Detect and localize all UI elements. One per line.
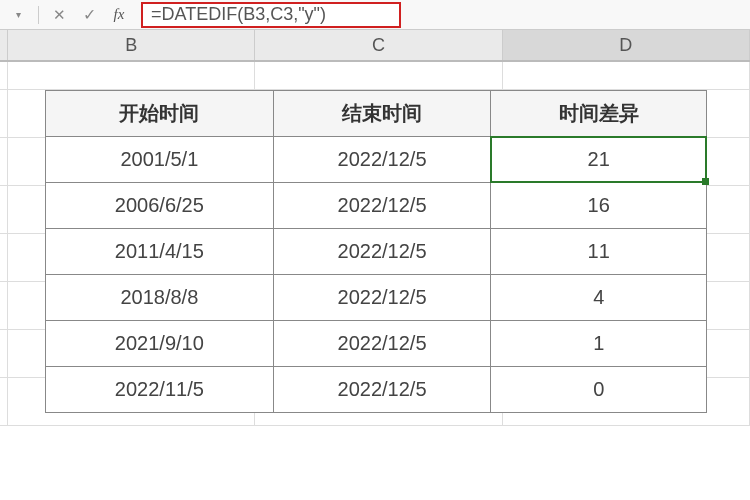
cell-start[interactable]: 2001/5/1 (46, 137, 274, 183)
table-row: 2001/5/1 2022/12/5 21 (46, 137, 707, 183)
cell-start[interactable]: 2022/11/5 (46, 367, 274, 413)
separator (38, 6, 39, 24)
formula-input[interactable]: =DATEDIF(B3,C3,"y") (141, 2, 401, 28)
cell-start[interactable]: 2021/9/10 (46, 321, 274, 367)
active-cell-outline (490, 136, 707, 183)
formula-bar: ✕ ✓ fx =DATEDIF(B3,C3,"y") (0, 0, 750, 30)
cell-diff[interactable]: 4 (491, 275, 707, 321)
table-row: 2018/8/8 2022/12/5 4 (46, 275, 707, 321)
grid-row (0, 62, 750, 90)
header-end-time[interactable]: 结束时间 (273, 91, 491, 137)
header-time-diff[interactable]: 时间差异 (491, 91, 707, 137)
fx-icon[interactable]: fx (105, 4, 133, 26)
cell-diff[interactable]: 16 (491, 183, 707, 229)
column-header-d[interactable]: D (503, 30, 750, 60)
table-row: 2022/11/5 2022/12/5 0 (46, 367, 707, 413)
cell-end[interactable]: 2022/12/5 (273, 367, 491, 413)
cell-start[interactable]: 2018/8/8 (46, 275, 274, 321)
name-box-dropdown[interactable] (4, 4, 32, 26)
table-row: 2011/4/15 2022/12/5 11 (46, 229, 707, 275)
cell-start[interactable]: 2006/6/25 (46, 183, 274, 229)
cell-end[interactable]: 2022/12/5 (273, 275, 491, 321)
sheet-body: 开始时间 结束时间 时间差异 2001/5/1 2022/12/5 21 200… (0, 62, 750, 500)
table-row: 2006/6/25 2022/12/5 16 (46, 183, 707, 229)
header-start-time[interactable]: 开始时间 (46, 91, 274, 137)
column-header-b[interactable]: B (8, 30, 255, 60)
corner-gutter (0, 30, 8, 60)
column-headers: B C D (0, 30, 750, 62)
cell-end[interactable]: 2022/12/5 (273, 321, 491, 367)
cell-diff[interactable]: 21 (491, 137, 707, 183)
table-row: 2021/9/10 2022/12/5 1 (46, 321, 707, 367)
cancel-icon[interactable]: ✕ (45, 4, 73, 26)
cell-end[interactable]: 2022/12/5 (273, 137, 491, 183)
confirm-icon[interactable]: ✓ (75, 4, 103, 26)
cell-end[interactable]: 2022/12/5 (273, 229, 491, 275)
cell-end[interactable]: 2022/12/5 (273, 183, 491, 229)
cell-diff[interactable]: 0 (491, 367, 707, 413)
cell-diff[interactable]: 11 (491, 229, 707, 275)
table-header-row: 开始时间 结束时间 时间差异 (46, 91, 707, 137)
cell-start[interactable]: 2011/4/15 (46, 229, 274, 275)
data-table: 开始时间 结束时间 时间差异 2001/5/1 2022/12/5 21 200… (45, 90, 707, 413)
cell-diff[interactable]: 1 (491, 321, 707, 367)
column-header-c[interactable]: C (255, 30, 502, 60)
